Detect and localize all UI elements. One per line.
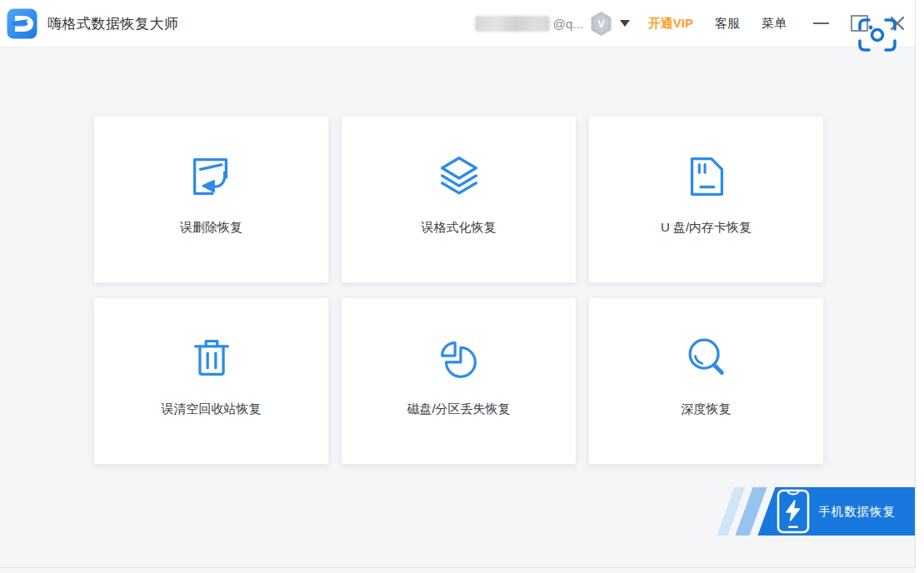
magnifier-icon <box>681 332 732 384</box>
card-disk-partition-recovery[interactable]: 磁盘/分区丢失恢复 <box>342 298 576 464</box>
app-logo-icon <box>7 8 37 39</box>
app-title: 嗨格式数据恢复大师 <box>47 14 179 33</box>
card-label: 误删除恢复 <box>180 220 242 236</box>
account-dropdown-caret-icon <box>620 20 630 27</box>
titlebar-right: @q... V 开通VIP 客服 菜单 <box>475 11 907 37</box>
menu-button[interactable]: 菜单 <box>762 16 787 32</box>
account-email-blurred <box>475 16 550 32</box>
card-deep-recovery[interactable]: 深度恢复 <box>589 298 823 464</box>
layers-icon <box>433 151 485 202</box>
card-undelete-recovery[interactable]: 误删除恢复 <box>94 117 328 282</box>
card-usb-sdcard-recovery[interactable]: U 盘/内存卡恢复 <box>589 117 823 282</box>
open-vip-button[interactable]: 开通VIP <box>648 16 693 32</box>
trash-icon <box>186 332 237 384</box>
app-window: 嗨格式数据恢复大师 @q... V 开通VIP 客服 菜单 <box>0 0 916 568</box>
restore-file-icon <box>186 151 237 202</box>
phone-recovery-button[interactable] <box>757 487 916 536</box>
customer-service-button[interactable]: 客服 <box>715 16 740 32</box>
titlebar: 嗨格式数据恢复大师 @q... V 开通VIP 客服 菜单 <box>0 0 915 47</box>
card-label: U 盘/内存卡恢复 <box>661 220 752 236</box>
card-recycle-bin-recovery[interactable]: 误清空回收站恢复 <box>94 298 328 464</box>
svg-text:V: V <box>597 17 605 30</box>
vip-badge-icon: V <box>590 11 612 37</box>
screenshot-overlay-icon[interactable] <box>857 17 898 52</box>
pie-chart-icon <box>433 332 485 384</box>
card-label: 深度恢复 <box>682 401 732 417</box>
account-area[interactable]: @q... V <box>475 11 630 37</box>
card-unformat-recovery[interactable]: 误格式化恢复 <box>342 117 576 282</box>
sd-card-icon <box>681 151 732 202</box>
cards-grid: 误删除恢复 误格式化恢复 U 盘/内存卡恢复 <box>94 117 823 464</box>
window-bottom-edge <box>0 568 916 573</box>
card-label: 磁盘/分区丢失恢复 <box>407 401 510 417</box>
account-email-suffix: @q... <box>553 17 583 31</box>
card-label: 误格式化恢复 <box>422 220 497 236</box>
card-label: 误清空回收站恢复 <box>162 401 262 417</box>
minimize-button[interactable] <box>813 22 829 24</box>
